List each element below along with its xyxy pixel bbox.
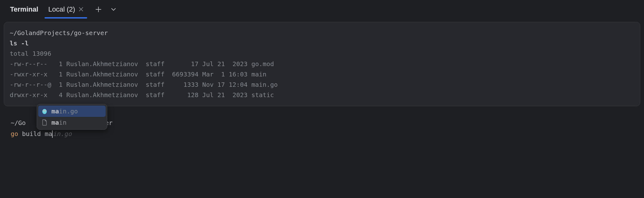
terminal-path: ~/GolandProjects/go-server bbox=[10, 28, 634, 38]
terminal-output-line: -rw-r--r--@ 1 Ruslan.Akhmetzianov staff … bbox=[10, 80, 634, 90]
terminal-output-line: total 13096 bbox=[10, 49, 634, 59]
chevron-down-icon[interactable] bbox=[110, 6, 117, 13]
tab-local-2[interactable]: Local (2) bbox=[42, 1, 87, 18]
tab-bar: Terminal Local (2) bbox=[0, 0, 644, 19]
terminal-output-line: -rw-r--r-- 1 Ruslan.Akhmetzianov staff 1… bbox=[10, 59, 634, 69]
autocomplete-popup: main.go main bbox=[37, 104, 107, 130]
terminal-output-frame: ~/GolandProjects/go-server ls -l total 1… bbox=[4, 22, 640, 106]
svg-point-3 bbox=[43, 110, 44, 111]
close-icon[interactable] bbox=[79, 7, 83, 12]
command-typed: build ma bbox=[18, 130, 52, 138]
svg-point-4 bbox=[45, 110, 46, 111]
autocomplete-item-main[interactable]: main bbox=[37, 117, 107, 128]
plus-icon[interactable] bbox=[95, 6, 102, 13]
file-icon bbox=[41, 119, 48, 126]
autocomplete-text: main bbox=[51, 119, 66, 126]
autocomplete-text: main.go bbox=[51, 107, 78, 115]
terminal-output-line: -rwxr-xr-x 1 Ruslan.Akhmetzianov staff 6… bbox=[10, 69, 634, 80]
autocomplete-item-main-go[interactable]: main.go bbox=[38, 106, 106, 117]
terminal-output-line: drwxr-xr-x 4 Ruslan.Akhmetzianov staff 1… bbox=[10, 90, 634, 100]
tab-label: Local (2) bbox=[48, 5, 75, 13]
command-go: go bbox=[11, 130, 18, 138]
go-gopher-icon bbox=[41, 108, 48, 114]
terminal-title: Terminal bbox=[6, 5, 42, 13]
terminal-command: ls -l bbox=[10, 38, 634, 49]
terminal-input-area[interactable]: main.go main ~/Goxxxxxxxxxxxxxxxxxxxrver… bbox=[0, 106, 644, 146]
svg-point-5 bbox=[44, 112, 45, 112]
command-suggestion: in.go bbox=[53, 130, 71, 138]
prompt-command-line[interactable]: go build main.go bbox=[11, 128, 633, 139]
